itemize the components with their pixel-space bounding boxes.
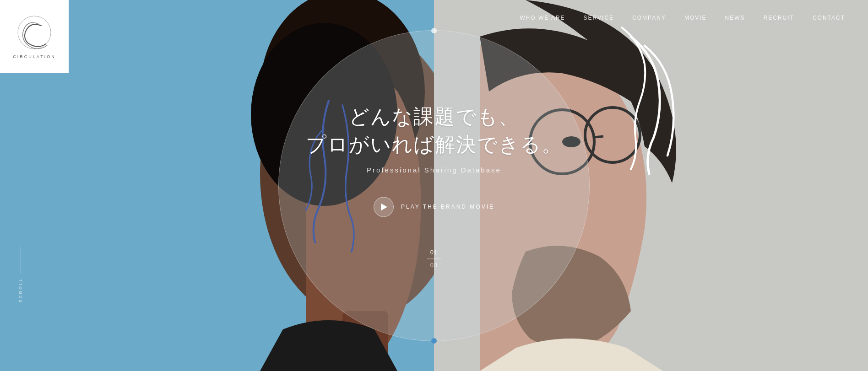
play-label: PLAY THE BRAND MOVIE <box>401 204 494 210</box>
logo-area[interactable]: CIRCULATION <box>0 0 69 73</box>
nav-recruit[interactable]: RECRUIT <box>764 15 794 21</box>
main-subtitle: Professional Sharing Database <box>297 166 571 174</box>
nav-who-we-are[interactable]: WHO WE ARE <box>520 15 565 21</box>
heading-line1: どんな課題でも、 <box>349 105 520 128</box>
circle-dot-top <box>431 28 437 33</box>
scroll-text: SCROLL <box>18 278 23 302</box>
play-triangle-icon <box>381 203 387 210</box>
navigation: WHO WE ARE SERVICE COMPANY MOVIE NEWS RE… <box>520 0 868 21</box>
nav-service[interactable]: SERVICE <box>584 15 614 21</box>
nav-news[interactable]: NEWS <box>725 15 745 21</box>
heading-line2: プロがいれば解決できる。 <box>306 134 563 156</box>
main-heading: どんな課題でも、 プロがいれば解決できる。 <box>297 102 571 159</box>
nav-movie[interactable]: MOVIE <box>684 15 707 21</box>
scroll-indicator: SCROLL <box>18 247 23 302</box>
slide-total: 03 <box>430 262 438 269</box>
play-icon <box>374 197 394 217</box>
scroll-line <box>21 247 21 274</box>
counter-divider <box>427 258 441 259</box>
play-button[interactable]: PLAY THE BRAND MOVIE <box>374 197 494 217</box>
circle-dot-bottom <box>431 338 437 344</box>
svg-line-8 <box>594 136 603 137</box>
slide-counter: 01 03 <box>297 249 571 269</box>
slide-current: 01 <box>430 249 438 256</box>
logo-symbol <box>16 14 53 51</box>
nav-contact[interactable]: CONTACT <box>813 15 845 21</box>
nav-company[interactable]: COMPANY <box>632 15 666 21</box>
logo-text: CIRCULATION <box>13 54 55 59</box>
hero-section: CIRCULATION WHO WE ARE SERVICE COMPANY M… <box>0 0 868 371</box>
hero-content: どんな課題でも、 プロがいれば解決できる。 Professional Shari… <box>297 102 571 269</box>
